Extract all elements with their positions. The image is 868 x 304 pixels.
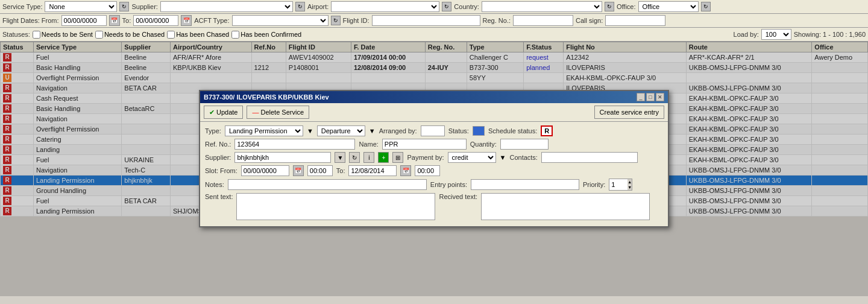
slot-to-input[interactable] xyxy=(348,165,397,176)
service-type-select[interactable]: None xyxy=(45,1,117,12)
slot-to-calendar[interactable]: 📅 xyxy=(400,165,411,176)
create-entry-button[interactable]: Create service entry xyxy=(594,106,664,119)
acft-type-label: ACFT Type: xyxy=(194,17,229,24)
airport-refresh[interactable]: ↻ xyxy=(442,2,451,11)
has-chased-checkbox-label[interactable]: Has been Chased xyxy=(167,31,229,39)
office-select[interactable]: Office xyxy=(638,1,699,12)
priority-input[interactable] xyxy=(609,179,627,190)
arranged-by-label: Arranged by: xyxy=(379,127,417,135)
needs-chased-checkbox[interactable] xyxy=(95,31,103,39)
toolbar-row-2: Flight Dates: From: 📅 To: 📅 ACFT Type: ↻… xyxy=(0,14,868,28)
slot-time-from-input[interactable] xyxy=(307,165,333,176)
sent-text-label: Sent text: xyxy=(205,193,233,200)
type-label: Type: xyxy=(205,127,221,135)
airport-select[interactable] xyxy=(331,1,439,12)
country-label: Country: xyxy=(454,3,479,10)
priority-down-btn[interactable]: ▼ xyxy=(627,185,632,190)
showing-text: Showing: 1 - 100 : 1,960 xyxy=(794,31,866,38)
date-from-input[interactable] xyxy=(61,15,107,26)
contacts-label: Contacts: xyxy=(509,154,537,161)
supplier-select[interactable] xyxy=(160,1,293,12)
direction-select[interactable]: Departure xyxy=(317,125,365,136)
has-chased-checkbox[interactable] xyxy=(167,31,175,39)
country-refresh[interactable]: ↻ xyxy=(605,2,614,11)
schedule-status-value: R xyxy=(541,125,553,136)
check-icon: ✔ xyxy=(209,109,215,116)
needs-chased-checkbox-label[interactable]: Needs to be Chased xyxy=(95,31,165,39)
update-button[interactable]: ✔ Update xyxy=(204,106,243,119)
received-text-area[interactable] xyxy=(481,193,650,220)
main-content-area: Status Service Type Supplier Airport/Cou… xyxy=(0,42,868,296)
acft-type-select[interactable] xyxy=(232,15,329,26)
slot-label: Slot: From: xyxy=(205,167,237,174)
statuses-label: Statuses: xyxy=(2,31,30,38)
sent-text-area[interactable] xyxy=(236,193,435,220)
notes-input[interactable] xyxy=(228,179,427,190)
slot-from-input[interactable] xyxy=(241,165,289,176)
load-by-select[interactable]: 100 xyxy=(761,29,791,40)
date-from-calendar[interactable]: 📅 xyxy=(109,15,120,26)
date-to-input[interactable] xyxy=(133,15,178,26)
modal-titlebar: B737-300/ ILOVEPARIS KBP/UKBB Kiev _ □ ✕ xyxy=(200,91,668,103)
supplier-label: Supplier: xyxy=(131,3,157,10)
needs-sent-checkbox[interactable] xyxy=(33,31,40,39)
entry-points-input[interactable] xyxy=(471,179,579,190)
modal-maximize-btn[interactable]: □ xyxy=(646,93,655,101)
date-to-calendar[interactable]: 📅 xyxy=(181,15,192,26)
form-row-type: Type: Landing Permission ▼ Departure ▼ A… xyxy=(205,125,663,136)
has-confirmed-checkbox-label[interactable]: Has been Confirmed xyxy=(231,31,301,39)
acft-type-refresh[interactable]: ↻ xyxy=(331,16,341,25)
service-modal: B737-300/ ILOVEPARIS KBP/UKBB Kiev _ □ ✕… xyxy=(199,90,669,227)
contacts-input[interactable] xyxy=(541,152,638,163)
office-refresh[interactable]: ↻ xyxy=(701,2,711,11)
entry-points-label: Entry points: xyxy=(430,181,467,188)
call-sign-input[interactable] xyxy=(605,15,665,26)
form-row-supplier: Supplier: ▼ ↻ i + ⊞ Payment by: credit ▼… xyxy=(205,152,663,163)
supplier-add-btn[interactable]: + xyxy=(378,152,389,163)
load-by-label: Load by: xyxy=(734,31,759,38)
priority-label: Priority: xyxy=(583,181,605,188)
type-select[interactable]: Landing Permission xyxy=(225,125,303,136)
airport-label: Airport: xyxy=(307,3,329,10)
service-type-refresh[interactable]: ↻ xyxy=(119,2,129,11)
delete-label: Delete Service xyxy=(260,109,304,116)
ref-no-input[interactable] xyxy=(234,139,355,150)
notes-label: Notes: xyxy=(205,181,224,188)
supplier-form-input[interactable] xyxy=(234,152,331,163)
modal-close-btn[interactable]: ✕ xyxy=(656,93,664,101)
form-row-texts: Sent text: Recived text: xyxy=(205,193,663,220)
supplier-dropdown-btn[interactable]: ▼ xyxy=(335,152,345,163)
supplier-refresh[interactable]: ↻ xyxy=(295,2,305,11)
office-label: Office: xyxy=(617,3,636,10)
update-label: Update xyxy=(216,109,237,116)
payment-select[interactable]: credit xyxy=(448,152,496,163)
direction-dropdown-icon: ▼ xyxy=(369,127,376,135)
service-type-label: Service Type: xyxy=(2,3,42,10)
status-label: Status: xyxy=(448,127,469,135)
flight-id-input[interactable] xyxy=(372,15,480,26)
name-input[interactable] xyxy=(382,139,467,150)
supplier-info-btn[interactable]: i xyxy=(363,152,374,163)
modal-minimize-btn[interactable]: _ xyxy=(637,93,645,101)
payment-label: Payment by: xyxy=(407,154,444,161)
delete-service-button[interactable]: — Delete Service xyxy=(247,106,309,119)
arranged-by-input[interactable] xyxy=(421,125,445,136)
slot-to-label: To: xyxy=(336,167,345,174)
modal-toolbar: ✔ Update — Delete Service Create service… xyxy=(200,103,668,122)
needs-sent-checkbox-label[interactable]: Needs to be Sent xyxy=(33,31,93,39)
quantity-label: Quantity: xyxy=(470,141,497,148)
quantity-input[interactable] xyxy=(500,139,549,150)
priority-up-btn[interactable]: ▲ xyxy=(627,179,632,185)
flight-id-label: Flight ID: xyxy=(343,17,370,24)
slot-from-calendar[interactable]: 📅 xyxy=(293,165,304,176)
country-select[interactable] xyxy=(482,1,602,12)
create-entry-label: Create service entry xyxy=(600,109,659,116)
has-confirmed-checkbox[interactable] xyxy=(231,31,239,39)
supplier-grid-btn[interactable]: ⊞ xyxy=(392,152,403,163)
payment-dropdown-icon: ▼ xyxy=(500,154,506,161)
slot-time-to-input[interactable] xyxy=(415,165,440,176)
to-label: To: xyxy=(122,17,131,24)
supplier-refresh-btn[interactable]: ↻ xyxy=(349,152,360,163)
modal-controls: _ □ ✕ xyxy=(637,93,664,101)
reg-no-input[interactable] xyxy=(513,15,573,26)
